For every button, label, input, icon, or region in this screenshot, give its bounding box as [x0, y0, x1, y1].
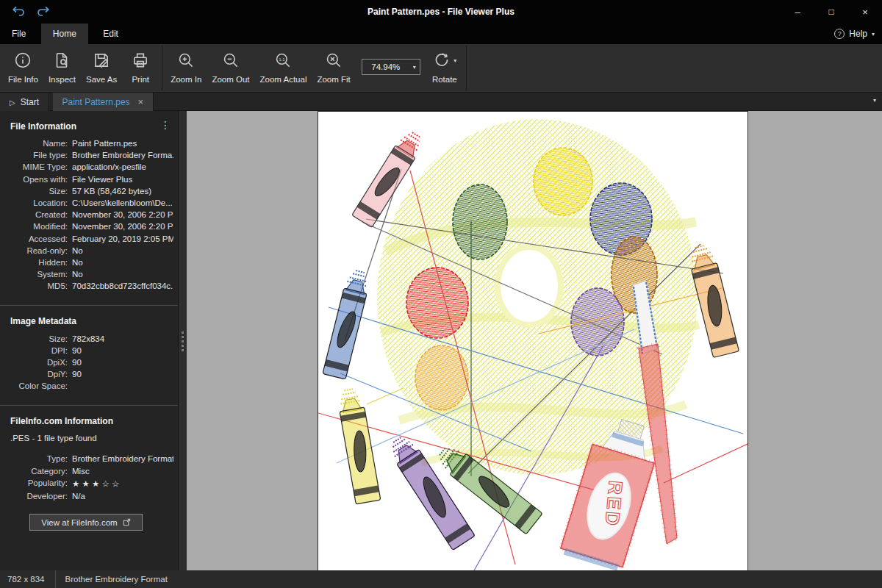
field-label: MD5:	[0, 282, 68, 290]
chevron-down-icon: ▾	[872, 31, 875, 37]
ribbon-separator	[466, 46, 467, 90]
field-value: C:\Users\kellenbloom\De...	[72, 198, 173, 207]
maximize-button[interactable]: □	[814, 0, 848, 24]
document-search-icon	[52, 47, 71, 74]
field-label: Opens with:	[0, 175, 68, 184]
image-metadata-section: Image Metadata Size:782x834 DPI:90 DpiX:…	[0, 306, 178, 399]
inspect-button[interactable]: Inspect	[43, 44, 81, 92]
paint-blob-green	[453, 184, 507, 259]
file-info-button[interactable]: File Info	[3, 44, 43, 92]
info-sidebar: File Information ⋮ Name:Paint Pattern.pe…	[0, 111, 178, 570]
field-label: Category:	[0, 467, 68, 476]
print-button[interactable]: Print	[122, 44, 159, 92]
tube-label-text: RED	[600, 480, 626, 528]
field-label: Popularity:	[0, 478, 68, 489]
zoom-level-input[interactable]	[362, 62, 409, 71]
menu-tab-home[interactable]: Home	[41, 24, 88, 44]
document-tab-bar: ▷ Start Paint Pattern.pes × ▾	[0, 92, 882, 111]
field-label: Accessed:	[0, 234, 68, 243]
field-value: February 20, 2019 2:05 PM	[72, 234, 173, 243]
section-title: FileInfo.com Information	[0, 406, 178, 432]
view-at-fileinfo-button[interactable]: View at FileInfo.com	[29, 514, 143, 531]
rotate-button[interactable]: ▾ Rotate	[426, 44, 463, 92]
field-value	[72, 381, 173, 390]
sidebar-splitter[interactable]	[178, 111, 187, 570]
help-icon: ?	[834, 29, 845, 39]
field-label: MIME Type:	[0, 162, 68, 171]
field-value: 70d32cbb8cd723cffcf034c...	[72, 282, 173, 290]
field-value: 57 KB (58,462 bytes)	[72, 187, 173, 196]
field-label: DpiY:	[0, 370, 68, 379]
zoom-actual-icon: 1:1	[273, 47, 293, 74]
title-bar: Paint Pattern.pes - File Viewer Plus – □…	[0, 0, 882, 24]
fileinfo-subtitle: .PES - 1 file type found	[0, 432, 178, 447]
minimize-button[interactable]: –	[781, 0, 814, 24]
field-value: File Viewer Plus	[72, 175, 173, 184]
tab-start[interactable]: ▷ Start	[0, 93, 49, 112]
menu-tab-edit[interactable]: Edit	[91, 24, 130, 44]
field-value: application/x-pesfile	[72, 162, 173, 171]
zoom-in-button[interactable]: Zoom In	[165, 44, 207, 92]
menu-bar: File Home Edit ? Help ▾	[0, 24, 882, 44]
file-information-section: File Information ⋮ Name:Paint Pattern.pe…	[0, 111, 178, 299]
field-label: Modified:	[0, 222, 68, 231]
field-label: DPI:	[0, 346, 68, 355]
save-icon	[92, 47, 111, 74]
ribbon-separator	[162, 46, 162, 90]
close-button[interactable]: ×	[848, 0, 882, 24]
zoom-out-icon	[221, 47, 240, 74]
field-value: November 30, 2006 2:20 PM	[72, 210, 173, 219]
field-value: 90	[72, 370, 173, 379]
popularity-stars: ★ ★ ★ ☆ ☆	[72, 478, 173, 489]
field-label: Size:	[0, 334, 68, 343]
field-label: Name:	[0, 139, 68, 148]
help-menu[interactable]: ? Help ▾	[834, 24, 875, 44]
zoom-level-combobox[interactable]: ▾	[362, 59, 420, 75]
svg-text:1:1: 1:1	[279, 57, 286, 62]
field-label: DpiX:	[0, 358, 68, 367]
field-value: No	[72, 270, 173, 279]
field-label: System:	[0, 270, 68, 279]
close-tab-icon[interactable]: ×	[138, 96, 144, 107]
chevron-down-icon[interactable]: ▾	[409, 64, 420, 71]
fileinfo-com-section: FileInfo.com Information .PES - 1 file t…	[0, 406, 178, 538]
field-value: November 30, 2006 2:20 PM	[72, 222, 173, 231]
kebab-menu-icon[interactable]: ⋮	[160, 120, 171, 130]
field-label: Hidden:	[0, 258, 68, 267]
zoom-out-button[interactable]: Zoom Out	[207, 44, 254, 92]
zoom-fit-icon	[324, 47, 343, 74]
canvas-viewport: RED	[187, 111, 882, 570]
help-label: Help	[849, 29, 867, 39]
field-label: Size:	[0, 187, 68, 196]
menu-tab-file[interactable]: File	[0, 24, 37, 44]
play-outline-icon: ▷	[10, 98, 15, 107]
field-value: Brother Embroidery Forma...	[72, 151, 173, 159]
window-title: Paint Pattern.pes - File Viewer Plus	[0, 0, 882, 24]
tab-document-paint-pattern[interactable]: Paint Pattern.pes ×	[53, 93, 154, 111]
chevron-down-icon[interactable]: ▾	[453, 57, 456, 64]
status-format: Brother Embroidery Format	[56, 575, 168, 584]
field-label: Read-only:	[0, 246, 68, 255]
paint-blob-yellow	[534, 148, 592, 215]
printer-icon	[131, 47, 150, 74]
status-bar: 782 x 834 Brother Embroidery Format	[0, 570, 882, 588]
crayon-blue	[323, 269, 372, 379]
zoom-fit-button[interactable]: Zoom Fit	[312, 44, 355, 92]
zoom-actual-button[interactable]: 1:1 Zoom Actual	[255, 44, 312, 92]
status-dimensions: 782 x 834	[0, 575, 55, 584]
section-title: Image Metadata	[0, 306, 178, 332]
paint-blob-light-orange	[415, 345, 468, 410]
field-label: Location:	[0, 198, 68, 207]
save-as-button[interactable]: Save As	[81, 44, 122, 92]
section-title: File Information	[0, 111, 178, 137]
field-label: File type:	[0, 151, 68, 159]
splitter-grip-icon	[182, 331, 184, 351]
rotate-icon	[432, 50, 451, 71]
field-value: 90	[72, 346, 173, 355]
field-label: Color Space:	[0, 381, 68, 390]
tab-list-chevron-icon[interactable]: ▾	[873, 97, 876, 104]
paint-blob-red	[406, 268, 468, 338]
embroidery-page[interactable]: RED	[318, 111, 748, 570]
external-link-icon	[123, 518, 131, 526]
field-label: Developer:	[0, 492, 68, 501]
